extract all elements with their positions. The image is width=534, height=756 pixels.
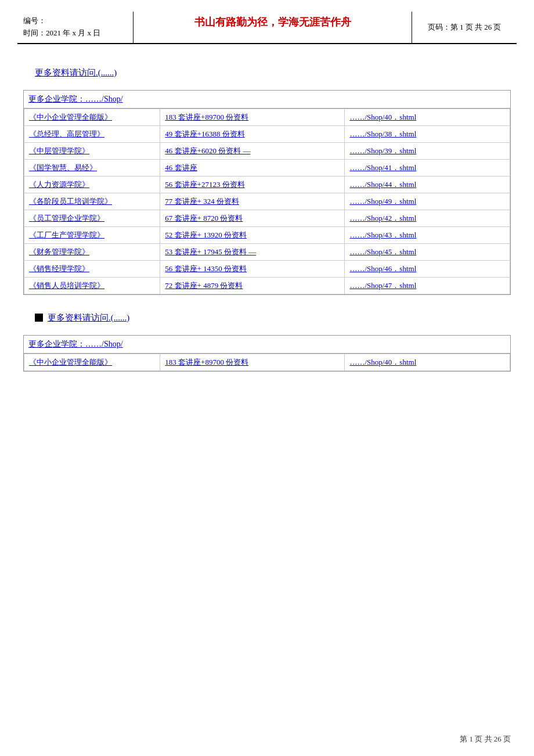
table-row: 《销售经理学院》56 套讲座+ 14350 份资料……/Shop/46．shtm… — [24, 260, 510, 277]
table-header-link-2[interactable]: 更多企业学院：……/Shop/ — [28, 340, 123, 348]
cell-link[interactable]: ……/Shop/49．shtml — [349, 197, 416, 206]
table-row: 《中层管理学院》46 套讲座+6020 份资料 —……/Shop/39．shtm… — [24, 142, 510, 159]
cell-link[interactable]: ……/Shop/44．shtml — [349, 180, 416, 189]
cell-link[interactable]: 49 套讲座+16388 份资料 — [165, 129, 244, 138]
cell-link[interactable]: 52 套讲座+ 13920 份资料 — [165, 231, 247, 239]
table-header-link-1[interactable]: 更多企业学院：……/Shop/ — [28, 95, 123, 103]
cell-link[interactable]: 《销售人员培训学院》 — [29, 281, 104, 290]
header-right: 页码：第 1 页 共 26 页 — [412, 12, 517, 43]
cell-link[interactable]: 《人力资源学院》 — [29, 180, 89, 189]
cell-link[interactable]: 《各阶段员工培训学院》 — [29, 197, 112, 206]
table-row: 《销售人员培训学院》72 套讲座+ 4879 份资料……/Shop/47．sht… — [24, 277, 510, 294]
cell-link[interactable]: 56 套讲座+ 14350 份资料 — [165, 264, 247, 273]
cell-link[interactable]: ……/Shop/40．shtml — [349, 113, 416, 121]
cell-link[interactable]: 《中层管理学院》 — [29, 146, 89, 155]
cell-link[interactable]: ……/Shop/45．shtml — [349, 247, 416, 256]
data-table-1: 《中小企业管理全能版》183 套讲座+89700 份资料……/Shop/40．s… — [24, 109, 510, 294]
table-row: 《员工管理企业学院》67 套讲座+ 8720 份资料……/Shop/42．sht… — [24, 210, 510, 226]
header-left: 编号： 时间：2021 年 x 月 x 日 — [17, 12, 134, 43]
header-motto: 书山有路勤为径，学海无涯苦作舟 — [194, 16, 351, 28]
data-table-2: 《中小企业管理全能版》183 套讲座+89700 份资料……/Shop/40．s… — [24, 354, 510, 371]
cell-link[interactable]: 46 套讲座+6020 份资料 — — [165, 146, 250, 155]
cell-link[interactable]: 77 套讲座+ 324 份资料 — [165, 197, 239, 206]
header-id-label: 编号： — [23, 15, 127, 27]
cell-link[interactable]: ……/Shop/38．shtml — [349, 129, 416, 138]
resource-link-section-1: 更多资料请访问.(......) — [35, 67, 517, 78]
cell-link[interactable]: 《国学智慧、易经》 — [29, 163, 97, 172]
cell-link[interactable]: ……/Shop/42．shtml — [349, 214, 416, 222]
more-resource-section: 更多资料请访问.(......) — [35, 312, 517, 323]
cell-link[interactable]: ……/Shop/43．shtml — [349, 231, 416, 239]
cell-link[interactable]: ……/Shop/41．shtml — [349, 163, 416, 172]
cell-link[interactable]: 《员工管理企业学院》 — [29, 214, 104, 222]
table-row: 《总经理、高层管理》49 套讲座+16388 份资料……/Shop/38．sht… — [24, 125, 510, 142]
table-row: 《国学智慧、易经》46 套讲座……/Shop/41．shtml — [24, 159, 510, 176]
table-row: 《工厂生产管理学院》52 套讲座+ 13920 份资料……/Shop/43．sh… — [24, 226, 510, 243]
cell-link[interactable]: ……/Shop/40．shtml — [349, 358, 416, 366]
page-header: 编号： 时间：2021 年 x 月 x 日 书山有路勤为径，学海无涯苦作舟 页码… — [17, 12, 517, 44]
resource-link-2[interactable]: 更多资料请访问.(......) — [48, 312, 129, 323]
cell-link[interactable]: 183 套讲座+89700 份资料 — [165, 358, 248, 366]
cell-link[interactable]: 《总经理、高层管理》 — [29, 129, 104, 138]
cell-link[interactable]: 《中小企业管理全能版》 — [29, 358, 112, 366]
table-row: 《中小企业管理全能版》183 套讲座+89700 份资料……/Shop/40．s… — [24, 109, 510, 125]
resource-link-1[interactable]: 更多资料请访问.(......) — [35, 68, 117, 77]
header-page-info: 页码：第 1 页 共 26 页 — [428, 22, 501, 33]
table-section-2: 更多企业学院：……/Shop/ 《中小企业管理全能版》183 套讲座+89700… — [23, 335, 511, 372]
cell-link[interactable]: ……/Shop/46．shtml — [349, 264, 416, 273]
cell-link[interactable]: 53 套讲座+ 17945 份资料 — — [165, 247, 256, 256]
table-row: 《人力资源学院》56 套讲座+27123 份资料……/Shop/44．shtml — [24, 176, 510, 193]
cell-link[interactable]: 《中小企业管理全能版》 — [29, 113, 112, 121]
cell-link[interactable]: 56 套讲座+27123 份资料 — [165, 180, 244, 189]
table-row: 《财务管理学院》53 套讲座+ 17945 份资料 —……/Shop/45．sh… — [24, 243, 510, 260]
header-date-label: 时间：2021 年 x 月 x 日 — [23, 27, 127, 39]
cell-link[interactable]: ……/Shop/47．shtml — [349, 281, 416, 290]
cell-link[interactable]: 72 套讲座+ 4879 份资料 — [165, 281, 243, 290]
cell-link[interactable]: 《工厂生产管理学院》 — [29, 231, 104, 239]
table-header-2: 更多企业学院：……/Shop/ — [24, 336, 510, 354]
cell-link[interactable]: 《财务管理学院》 — [29, 247, 89, 256]
cell-link[interactable]: ……/Shop/39．shtml — [349, 146, 416, 155]
table-header-1: 更多企业学院：……/Shop/ — [24, 91, 510, 109]
black-square-icon — [35, 314, 43, 322]
cell-link[interactable]: 46 套讲座 — [165, 163, 197, 172]
cell-link[interactable]: 《销售经理学院》 — [29, 264, 89, 273]
footer-page-info: 第 1 页 共 26 页 — [460, 735, 511, 743]
table-row: 《中小企业管理全能版》183 套讲座+89700 份资料……/Shop/40．s… — [24, 354, 510, 370]
main-content: 更多资料请访问.(......) 更多企业学院：……/Shop/ 《中小企业管理… — [17, 44, 517, 389]
cell-link[interactable]: 67 套讲座+ 8720 份资料 — [165, 214, 243, 222]
cell-link[interactable]: 183 套讲座+89700 份资料 — [165, 113, 248, 121]
page-footer: 第 1 页 共 26 页 — [460, 734, 511, 744]
table-section-1: 更多企业学院：……/Shop/ 《中小企业管理全能版》183 套讲座+89700… — [23, 90, 511, 295]
table-row: 《各阶段员工培训学院》77 套讲座+ 324 份资料……/Shop/49．sht… — [24, 193, 510, 210]
header-center: 书山有路勤为径，学海无涯苦作舟 — [134, 12, 412, 43]
